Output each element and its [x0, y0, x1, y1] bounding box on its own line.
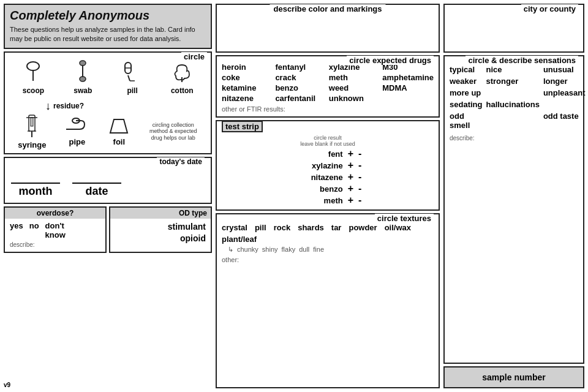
date-title: today's date — [157, 157, 205, 166]
drug-heroin[interactable]: heroin — [222, 62, 271, 72]
texture-chunky[interactable]: chunky — [237, 246, 258, 254]
syringe-item: syringe — [18, 114, 46, 149]
drug-meth[interactable]: meth — [329, 73, 379, 82]
drug-ketamine[interactable]: ketamine — [222, 83, 271, 92]
od-type-title: OD type — [110, 208, 211, 219]
sensation-weaker[interactable]: weaker — [450, 77, 482, 86]
nitazene-minus[interactable]: - — [358, 172, 361, 183]
textures-box: circle textures crystal pill rock shards… — [216, 213, 440, 388]
overdose-no[interactable]: no — [29, 221, 39, 240]
test-meth-name: meth — [294, 196, 343, 205]
page-title: Completely Anonymous — [10, 9, 206, 23]
texture-crystal[interactable]: crystal — [222, 223, 247, 232]
city-county-box[interactable]: city or county — [443, 4, 584, 53]
left-column: Completely Anonymous These questions hel… — [4, 4, 212, 388]
texture-plantleaf[interactable]: plant/leaf — [222, 235, 257, 244]
texture-shiny[interactable]: shiny — [262, 246, 278, 254]
drug-unknown[interactable]: unknown — [329, 94, 379, 103]
sample-number-label: sample number — [482, 372, 545, 382]
sensation-stronger[interactable]: stronger — [486, 77, 539, 86]
scoop-label: scoop — [23, 86, 44, 95]
sensation-longer[interactable]: longer — [543, 77, 586, 86]
yes-no-options: yes no don'tknow — [10, 221, 100, 240]
overdose-yes[interactable]: yes — [10, 221, 23, 240]
od-opioid[interactable]: opioid — [115, 233, 206, 245]
texture-powder[interactable]: powder — [349, 223, 377, 232]
drug-fentanyl[interactable]: fentanyl — [275, 62, 325, 72]
texture-pill[interactable]: pill — [255, 223, 266, 232]
date-section: today's date month date — [4, 157, 212, 204]
subtitle-text: These questions help us analyze samples … — [10, 25, 206, 44]
test-strip-title: test strip — [222, 121, 263, 132]
texture-rock[interactable]: rock — [274, 223, 290, 232]
month-label: month — [19, 185, 53, 198]
sensation-odd-smell[interactable]: odd smell — [450, 111, 482, 130]
xylazine-plus[interactable]: + — [348, 160, 353, 171]
test-nitazene-name: nitazene — [294, 173, 343, 182]
drug-amphetamine[interactable]: amphetamine — [382, 73, 434, 82]
pill-label: pill — [127, 86, 137, 95]
drug-grid: heroin fentanyl xylazine M30 coke crack … — [222, 62, 434, 103]
sensation-more-up[interactable]: more up — [450, 88, 482, 97]
drug-mdma[interactable]: MDMA — [382, 83, 434, 92]
expected-drugs-title: circle expected drugs — [347, 56, 434, 65]
od-type-box: OD type stimulant opioid — [109, 206, 212, 253]
drug-empty — [382, 94, 434, 103]
fent-minus[interactable]: - — [358, 148, 361, 159]
fent-plus[interactable]: + — [348, 148, 353, 159]
sample-pill: pill — [121, 60, 143, 95]
meth-minus[interactable]: - — [358, 195, 361, 206]
middle-column: describe color and markings circle expec… — [216, 4, 440, 388]
svg-rect-11 — [31, 118, 33, 126]
title-box: Completely Anonymous These questions hel… — [4, 4, 212, 49]
month-input-line[interactable] — [11, 173, 60, 184]
pipe-drawing — [65, 117, 89, 135]
drug-crack[interactable]: crack — [275, 73, 325, 82]
dont-know[interactable]: don'tknow — [45, 221, 66, 240]
drug-weed[interactable]: weed — [329, 83, 379, 92]
circle-result-note: circle resultleave blank if not used — [222, 135, 434, 147]
swab-label: swab — [74, 86, 92, 95]
texture-shards[interactable]: shards — [298, 223, 324, 232]
texture-fine[interactable]: fine — [313, 246, 324, 254]
sensation-typical[interactable]: typical — [450, 65, 482, 74]
sensation-odd-taste[interactable]: odd taste — [543, 111, 586, 130]
test-meth-symbols: + - — [348, 195, 362, 206]
test-nitazene-symbols: + - — [348, 172, 362, 183]
color-markings-box[interactable]: describe color and markings — [216, 4, 440, 53]
texture-flaky[interactable]: flaky — [282, 246, 296, 254]
drug-benzo[interactable]: benzo — [275, 83, 325, 92]
test-benzo-name: benzo — [294, 184, 343, 194]
texture-tar[interactable]: tar — [331, 223, 342, 232]
test-row-fent: fent + - — [222, 148, 434, 159]
sensation-grid: typical nice unusual weaker stronger lon… — [450, 65, 578, 130]
cotton-icon — [171, 60, 194, 85]
month-field: month — [11, 173, 60, 198]
date-input-line[interactable] — [72, 173, 121, 184]
benzo-minus[interactable]: - — [358, 183, 361, 194]
sensation-unusual[interactable]: unusual — [543, 65, 586, 74]
nitazene-plus[interactable]: + — [348, 172, 353, 183]
color-markings-title: describe color and markings — [270, 4, 385, 13]
benzo-plus[interactable]: + — [348, 183, 353, 194]
drug-nitazene[interactable]: nitazene — [222, 94, 271, 103]
residue-arrow-icon: ↓ — [45, 100, 51, 113]
sensation-sedating[interactable]: sedating — [450, 100, 482, 109]
sensation-hallucinations[interactable]: hallucinations — [486, 100, 539, 109]
texture-oilwax[interactable]: oil/wax — [385, 223, 411, 232]
overdose-box: overdose? yes no don'tknow describe: — [4, 206, 107, 253]
sensation-unpleasant[interactable]: unpleasant — [543, 88, 586, 97]
texture-dull[interactable]: dull — [299, 246, 309, 254]
svg-point-0 — [27, 62, 39, 70]
sensation-nice[interactable]: nice — [486, 65, 539, 74]
drug-coke[interactable]: coke — [222, 73, 271, 82]
test-row-meth: meth + - — [222, 195, 434, 206]
meth-plus[interactable]: + — [348, 195, 353, 206]
drug-carfentanil[interactable]: carfentanil — [275, 94, 325, 103]
sensations-box: circle & describe sensations typical nic… — [443, 55, 584, 364]
right-column: city or county circle & describe sensati… — [443, 4, 584, 388]
sample-scoop: scoop — [22, 60, 44, 95]
xylazine-minus[interactable]: - — [358, 160, 361, 171]
od-stimulant[interactable]: stimulant — [115, 221, 206, 233]
circle-label: circle — [181, 52, 207, 61]
